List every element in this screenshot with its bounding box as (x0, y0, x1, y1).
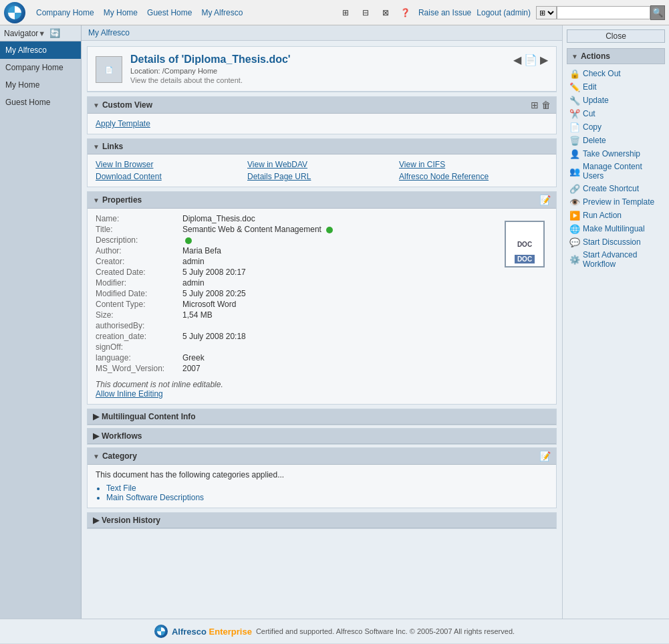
category-item-1[interactable]: Main Software Descriptions (106, 493, 548, 502)
raise-issue-link[interactable]: Raise an Issue (418, 8, 471, 17)
multilingual-header[interactable]: ▶ Multilingual Content Info (88, 409, 556, 425)
logo (4, 2, 25, 23)
detail-navigation: ◀ 📄 ▶ (513, 53, 548, 66)
prop-signoff: signOff: (96, 342, 491, 352)
action-run-action[interactable]: ▶️ Run Action (567, 209, 665, 222)
top-right: ⊞ ⊟ ⊠ ❓ Raise an Issue Logout (admin) ⊞ … (338, 5, 665, 20)
copy-icon: 📄 (569, 122, 580, 132)
custom-view-section: ▼ Custom View ⊞ 🗑 Apply Template (87, 96, 557, 134)
detail-header: 📄 Details of 'Diploma_Thesis.doc' Locati… (88, 47, 556, 92)
link-view-cifs[interactable]: View in CIFS (399, 160, 548, 169)
custom-view-header[interactable]: ▼ Custom View ⊞ 🗑 (88, 97, 556, 114)
action-start-discussion[interactable]: 💬 Start Discussion (567, 235, 665, 249)
sidebar-item-my-alfresco[interactable]: My Alfresco (0, 41, 81, 59)
properties-edit-icon[interactable]: 📝 (539, 195, 551, 205)
action-delete[interactable]: 🗑️ Delete (567, 134, 665, 147)
prop-name: Name: Diploma_Thesis.doc (96, 214, 491, 223)
run-action-label: Run Action (583, 211, 622, 220)
workflows-header[interactable]: ▶ Workflows (88, 429, 556, 444)
navigator-dropdown-icon[interactable]: ▼ (38, 29, 45, 37)
multilingual-section: ▶ Multilingual Content Info (87, 409, 557, 425)
logout-link[interactable]: Logout (admin) (477, 8, 531, 17)
link-node-ref[interactable]: Alfresco Node Reference (399, 172, 548, 181)
subtitle-text: View the details about the content. (130, 76, 513, 84)
action-check-out[interactable]: 🔒 Check Out (567, 67, 665, 80)
category-header[interactable]: ▼ Category 📝 (88, 448, 556, 465)
nav-company-home[interactable]: Company Home (32, 8, 98, 17)
next-button[interactable]: ▶ (540, 53, 548, 66)
navigator-help-icon[interactable]: 🔄 (49, 28, 60, 38)
link-download[interactable]: Download Content (96, 172, 245, 181)
custom-view-icon2[interactable]: 🗑 (541, 100, 551, 110)
action-create-shortcut[interactable]: 🔗 Create Shortcut (567, 182, 665, 195)
check-out-label: Check Out (583, 69, 621, 78)
links-grid: View In Browser View in WebDAV View in C… (96, 160, 548, 181)
action-manage-users[interactable]: 👥 Manage Content Users (567, 160, 665, 182)
detail-header-card: 📄 Details of 'Diploma_Thesis.doc' Locati… (87, 46, 557, 92)
nav-my-alfresco[interactable]: My Alfresco (197, 8, 247, 17)
nav-my-home[interactable]: My Home (100, 8, 142, 17)
action-take-ownership[interactable]: 👤 Take Ownership (567, 147, 665, 160)
help-icon[interactable]: ❓ (398, 5, 413, 20)
links-section: ▼ Links View In Browser View in WebDAV V… (87, 138, 557, 187)
version-history-section: ▶ Version History (87, 512, 557, 529)
sidebar-item-my-home[interactable]: My Home (0, 76, 81, 94)
sidebar-item-guest-home[interactable]: Guest Home (0, 94, 81, 111)
edit-icon: ✏️ (569, 82, 580, 92)
action-update[interactable]: 🔧 Update (567, 94, 665, 107)
custom-view-icon1[interactable]: ⊞ (531, 100, 539, 110)
link-details-page[interactable]: Details Page URL (247, 172, 396, 181)
toolbar-icon-1[interactable]: ⊞ (338, 5, 353, 20)
category-label: Category (102, 451, 137, 461)
search-scope-select[interactable]: ⊞ (536, 6, 557, 19)
custom-view-label: Custom View (102, 100, 152, 110)
preview-template-icon: 👁️ (569, 197, 580, 207)
prop-authorised-by: authorisedBy: (96, 321, 491, 330)
category-edit-icon[interactable]: 📝 (539, 451, 551, 461)
doc-thumb-image: DOC DOC (505, 221, 545, 267)
links-header[interactable]: ▼ Links (88, 139, 556, 154)
links-header-left: ▼ Links (93, 142, 123, 151)
category-item-0[interactable]: Text File (106, 484, 548, 493)
toolbar-icon-2[interactable]: ⊟ (358, 5, 373, 20)
link-view-webdav[interactable]: View in WebDAV (247, 160, 396, 169)
prop-description: Description: (96, 235, 491, 245)
sidebar-header: Navigator ▼ 🔄 (0, 25, 81, 41)
custom-view-icons: ⊞ 🗑 (531, 100, 551, 110)
prev-button[interactable]: ◀ (513, 53, 521, 66)
action-start-advanced-workflow[interactable]: ⚙️ Start Advanced Workflow (567, 249, 665, 270)
top-nav-links: Company Home My Home Guest Home My Alfre… (32, 8, 247, 17)
allow-inline-link[interactable]: Allow Inline Editing (96, 389, 163, 399)
manage-users-icon: 👥 (569, 166, 580, 177)
search-input[interactable] (557, 6, 650, 19)
properties-header[interactable]: ▼ Properties 📝 (88, 192, 556, 209)
action-make-multilingual[interactable]: 🌐 Make Multilingual (567, 222, 665, 235)
main-layout: Navigator ▼ 🔄 My Alfresco Company Home M… (0, 25, 669, 619)
action-copy[interactable]: 📄 Copy (567, 120, 665, 134)
content-area: My Alfresco 📄 Details of 'Diploma_Thesis… (82, 25, 562, 619)
action-preview-template[interactable]: 👁️ Preview in Template (567, 195, 665, 209)
delete-icon: 🗑️ (569, 135, 580, 146)
apply-template-link[interactable]: Apply Template (96, 119, 150, 128)
link-view-browser[interactable]: View In Browser (96, 160, 245, 169)
close-button[interactable]: Close (567, 29, 665, 43)
prop-language: language: Greek (96, 353, 491, 362)
sidebar-item-company-home[interactable]: Company Home (0, 59, 81, 76)
actions-header: ▼ Actions (567, 48, 665, 64)
search-area: ⊞ 🔍 (536, 5, 665, 20)
search-button[interactable]: 🔍 (650, 5, 665, 20)
create-shortcut-icon: 🔗 (569, 183, 580, 194)
version-history-header[interactable]: ▶ Version History (88, 513, 556, 528)
run-action-icon: ▶️ (569, 210, 580, 221)
footer-brand: Alfresco Enterprise (172, 627, 252, 637)
custom-view-header-left: ▼ Custom View (93, 100, 152, 110)
action-cut[interactable]: ✂️ Cut (567, 107, 665, 120)
footer-text: Certified and supported. Alfresco Softwa… (256, 627, 515, 635)
action-edit[interactable]: ✏️ Edit (567, 80, 665, 94)
nav-guest-home[interactable]: Guest Home (143, 8, 196, 17)
prop-creator: Creator: admin (96, 257, 491, 266)
toolbar-icon-3[interactable]: ⊠ (378, 5, 393, 20)
edit-label: Edit (583, 82, 597, 92)
actions-label: Actions (581, 51, 610, 61)
advanced-workflow-icon: ⚙️ (569, 254, 580, 265)
